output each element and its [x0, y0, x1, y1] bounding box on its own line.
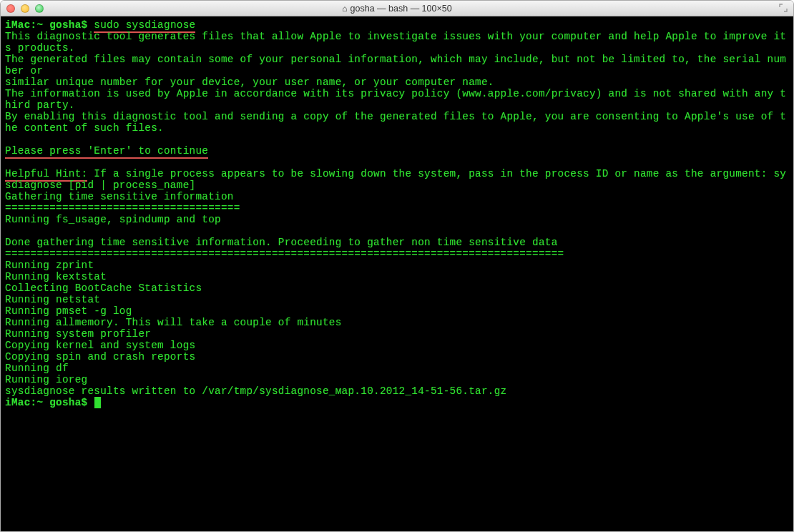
output-line: sysdiagnose results written to /var/tmp/…: [5, 385, 506, 397]
output-line: Running netstat: [5, 294, 100, 305]
output-line: Running df: [5, 363, 69, 374]
output-line: Gathering time sensitive information: [5, 191, 234, 202]
home-icon: ⌂: [342, 4, 347, 13]
output-line: similar unique number for your device, y…: [5, 77, 494, 88]
helpful-hint-text: If a single process appears to be slowin…: [5, 168, 786, 191]
window-title-text: gosha — bash — 100×50: [351, 4, 452, 14]
title-bar[interactable]: ⌂ gosha — bash — 100×50: [1, 1, 793, 16]
expand-icon[interactable]: [779, 4, 789, 14]
output-line: Running fs_usage, spindump and top: [5, 214, 221, 225]
terminal-content[interactable]: iMac:~ gosha$ sudo sysdiagnose This diag…: [1, 16, 793, 531]
zoom-button[interactable]: [35, 4, 44, 13]
separator-line: =====================================: [5, 202, 240, 214]
output-line: Copying spin and crash reports: [5, 351, 195, 363]
output-line: Running zprint: [5, 260, 94, 271]
terminal-window: ⌂ gosha — bash — 100×50 iMac:~ gosha$ su…: [0, 0, 794, 532]
cursor: [94, 397, 101, 408]
output-line: Running kextstat: [5, 271, 107, 282]
output-line: The generated files may contain some of …: [5, 54, 786, 77]
separator-line: ========================================…: [5, 248, 564, 260]
prompt-host: iMac:~ gosha$: [5, 397, 94, 408]
window-title: ⌂ gosha — bash — 100×50: [1, 4, 793, 14]
output-line: Running system profiler: [5, 328, 151, 340]
output-line: Collecting BootCache Statistics: [5, 282, 202, 294]
output-line: The information is used by Apple in acco…: [5, 88, 786, 111]
output-line: Running ioreg: [5, 374, 87, 385]
output-line: Running pmset -g log: [5, 305, 132, 317]
minimize-button[interactable]: [21, 4, 29, 13]
output-line: Copying kernel and system logs: [5, 340, 195, 351]
close-button[interactable]: [6, 4, 15, 13]
traffic-lights: [6, 4, 44, 13]
output-line: Done gathering time sensitive informatio…: [5, 237, 558, 248]
output-line: By enabling this diagnostic tool and sen…: [5, 111, 786, 134]
press-enter-line: Please press 'Enter' to continue: [5, 145, 208, 159]
output-line: Running allmemory. This will take a coup…: [5, 317, 342, 328]
prompt-host: iMac:~ gosha$: [5, 19, 94, 31]
output-line: This diagnostic tool generates files tha…: [5, 31, 786, 54]
